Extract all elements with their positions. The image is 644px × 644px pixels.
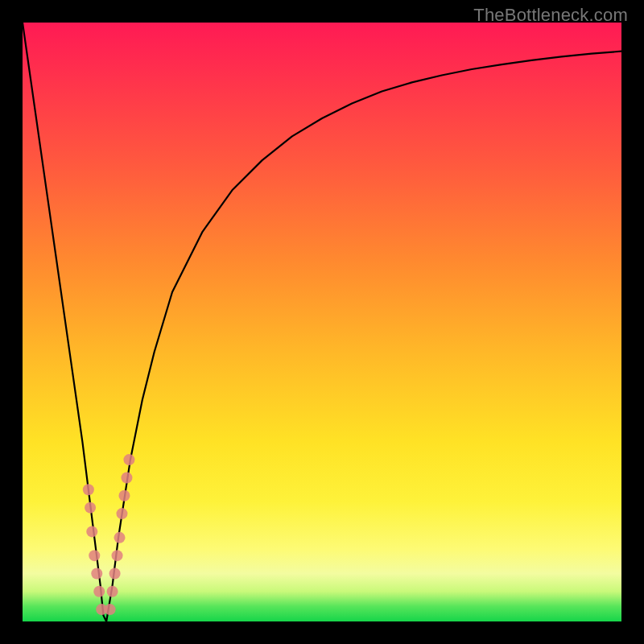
marker-point — [117, 508, 128, 519]
marker-point — [86, 526, 97, 537]
marker-point — [123, 454, 134, 465]
marker-points — [83, 454, 135, 615]
marker-point — [114, 532, 126, 543]
marker-point — [83, 484, 94, 495]
marker-point — [121, 472, 132, 483]
marker-point — [93, 586, 105, 597]
marker-point — [105, 604, 116, 615]
marker-point — [109, 568, 121, 579]
plot-area — [23, 23, 621, 621]
marker-point — [85, 502, 96, 514]
curve-layer — [23, 23, 621, 621]
marker-point — [112, 550, 123, 561]
bottleneck-curve — [23, 23, 621, 621]
marker-point — [118, 490, 130, 502]
marker-point — [89, 550, 100, 561]
marker-point — [91, 568, 102, 579]
marker-point — [107, 586, 118, 597]
chart-frame: TheBottleneck.com — [0, 0, 644, 644]
bottleneck-curve-path — [23, 23, 621, 621]
